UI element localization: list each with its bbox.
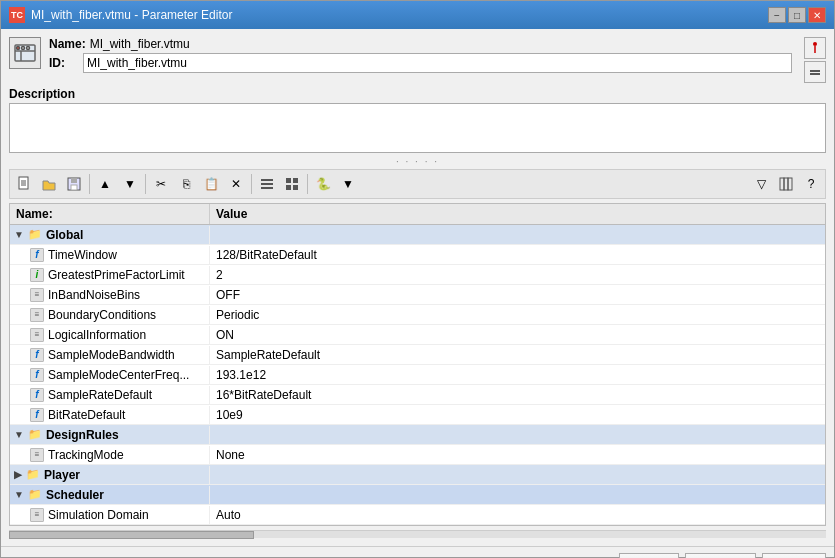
table-row[interactable]: ▼📁Scheduler — [10, 485, 825, 505]
table-row[interactable]: fBitRateDefault10e9 — [10, 405, 825, 425]
param-name: BoundaryConditions — [48, 308, 156, 322]
id-row: ID: — [49, 53, 792, 73]
scrollbar-thumb[interactable] — [9, 531, 254, 539]
maximize-button[interactable]: □ — [788, 7, 806, 23]
toolbar-delete-btn[interactable]: ✕ — [224, 172, 248, 196]
svg-rect-24 — [780, 178, 784, 190]
expand-icon[interactable]: ▼ — [14, 229, 24, 240]
scrollbar-track[interactable] — [9, 530, 826, 538]
table-row[interactable]: fSampleRateDefault16*BitRateDefault — [10, 385, 825, 405]
param-name: InBandNoiseBins — [48, 288, 140, 302]
param-name: SampleModeBandwidth — [48, 348, 175, 362]
type-icon: ≡ — [30, 328, 44, 342]
table-row[interactable]: fSampleModeCenterFreq...193.1e12 — [10, 365, 825, 385]
svg-rect-18 — [261, 183, 273, 185]
table-row[interactable]: ≡TrackingModeNone — [10, 445, 825, 465]
table-row[interactable]: ▼📁DesignRules — [10, 425, 825, 445]
toolbar-python-btn[interactable]: 🐍 — [311, 172, 335, 196]
description-box[interactable] — [9, 103, 826, 153]
param-name: SampleModeCenterFreq... — [48, 368, 189, 382]
id-input[interactable] — [83, 53, 792, 73]
group-name: DesignRules — [46, 428, 119, 442]
table-row[interactable]: ≡InBandNoiseBinsOFF — [10, 285, 825, 305]
minimize-button[interactable]: − — [768, 7, 786, 23]
param-name: BitRateDefault — [48, 408, 125, 422]
folder-icon: 📁 — [28, 228, 42, 241]
title-bar-left: TC MI_with_fiber.vtmu - Parameter Editor — [9, 7, 232, 23]
param-value: 10e9 — [210, 406, 825, 424]
svg-point-4 — [22, 47, 25, 50]
pin-button[interactable] — [804, 37, 826, 59]
table-row[interactable]: ▶📁Player — [10, 465, 825, 485]
toolbar-down-btn[interactable]: ▼ — [118, 172, 142, 196]
param-value: SampleRateDefault — [210, 346, 825, 364]
expand-icon[interactable]: ▶ — [14, 469, 22, 480]
type-icon: f — [30, 368, 44, 382]
svg-point-5 — [27, 47, 30, 50]
type-icon: f — [30, 388, 44, 402]
app-icon: TC — [9, 7, 25, 23]
group-name: Global — [46, 228, 83, 242]
table-row[interactable]: ≡LogicalInformationON — [10, 325, 825, 345]
main-window: TC MI_with_fiber.vtmu - Parameter Editor… — [0, 0, 835, 558]
title-bar: TC MI_with_fiber.vtmu - Parameter Editor… — [1, 1, 834, 29]
close-button[interactable]: ✕ — [808, 7, 826, 23]
table-header: Name: Value — [10, 204, 825, 225]
type-icon: f — [30, 408, 44, 422]
apply-button[interactable]: Apply — [762, 553, 826, 558]
table-row[interactable]: ≡BoundaryConditionsPeriodic — [10, 305, 825, 325]
param-value: 2 — [210, 266, 825, 284]
toolbar-copy-btn[interactable]: ⎘ — [174, 172, 198, 196]
separator-2 — [145, 174, 146, 194]
toolbar-save-btn[interactable] — [62, 172, 86, 196]
group-value — [210, 233, 825, 237]
toolbar-cut-btn[interactable]: ✂ — [149, 172, 173, 196]
svg-point-6 — [813, 42, 817, 46]
toolbar-filter-btn[interactable]: ▽ — [749, 172, 773, 196]
type-icon: ≡ — [30, 508, 44, 522]
toolbar-grid-btn[interactable] — [280, 172, 304, 196]
type-icon: ≡ — [30, 308, 44, 322]
param-value: 16*BitRateDefault — [210, 386, 825, 404]
param-value: Periodic — [210, 306, 825, 324]
svg-rect-15 — [71, 178, 77, 183]
toolbar-open-btn[interactable] — [37, 172, 61, 196]
ok-button[interactable]: OK — [619, 553, 679, 558]
type-icon: i — [30, 268, 44, 282]
param-name: SampleRateDefault — [48, 388, 152, 402]
toolbar-new-btn[interactable] — [12, 172, 36, 196]
svg-rect-21 — [293, 178, 298, 183]
window-title: MI_with_fiber.vtmu - Parameter Editor — [31, 8, 232, 22]
cancel-button[interactable]: Cancel — [685, 553, 756, 558]
type-icon: f — [30, 348, 44, 362]
toolbar-list-btn[interactable] — [255, 172, 279, 196]
param-value: 193.1e12 — [210, 366, 825, 384]
expand-icon[interactable]: ▼ — [14, 489, 24, 500]
toolbar-columns-btn[interactable] — [774, 172, 798, 196]
folder-icon: 📁 — [26, 468, 40, 481]
separator-4 — [307, 174, 308, 194]
separator-1 — [89, 174, 90, 194]
param-value: 128/BitRateDefault — [210, 246, 825, 264]
collapse-button[interactable] — [804, 61, 826, 83]
toolbar-paste-btn[interactable]: 📋 — [199, 172, 223, 196]
table-row[interactable]: ≡Simulation DomainAuto — [10, 505, 825, 525]
table-row[interactable]: fTimeWindow128/BitRateDefault — [10, 245, 825, 265]
table-row[interactable]: iGreatestPrimeFactorLimit2 — [10, 265, 825, 285]
header-value: Value — [210, 204, 825, 224]
toolbar-help-btn[interactable]: ? — [799, 172, 823, 196]
parameter-table[interactable]: Name: Value ▼📁GlobalfTimeWindow128/BitRa… — [9, 203, 826, 526]
resize-handle[interactable]: · · · · · — [9, 157, 826, 165]
svg-rect-19 — [261, 187, 273, 189]
folder-icon: 📁 — [28, 428, 42, 441]
name-row: Name: MI_with_fiber.vtmu — [49, 37, 792, 51]
group-name: Player — [44, 468, 80, 482]
toolbar-dropdown-btn[interactable]: ▼ — [336, 172, 360, 196]
table-row[interactable]: ▼📁Global — [10, 225, 825, 245]
expand-icon[interactable]: ▼ — [14, 429, 24, 440]
table-row[interactable]: fSampleModeBandwidthSampleRateDefault — [10, 345, 825, 365]
description-section: Description — [9, 87, 826, 153]
toolbar-up-btn[interactable]: ▲ — [93, 172, 117, 196]
svg-rect-22 — [286, 185, 291, 190]
description-label: Description — [9, 87, 826, 101]
